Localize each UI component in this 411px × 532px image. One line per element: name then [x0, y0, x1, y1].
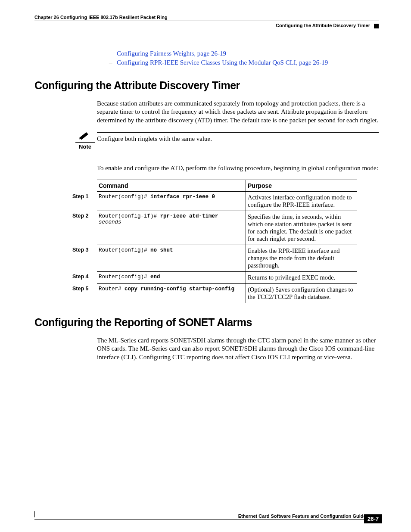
purpose-cell: (Optional) Saves configuration changes t… [246, 283, 357, 303]
header-block-icon [374, 24, 379, 28]
cross-reference-list: Configuring Fairness Weights, page 26-19… [97, 50, 379, 66]
table-row: Step 3Router(config)# no shutEnables the… [72, 245, 357, 271]
purpose-cell: Specifies the time, in seconds, within w… [246, 211, 357, 245]
note-text: Configure both ringlets with the same va… [97, 132, 379, 143]
table-row: Step 2Router(config-if)# rpr-ieee atd-ti… [72, 211, 357, 245]
purpose-cell: Enables the RPR-IEEE interface and chang… [246, 245, 357, 271]
section1-para2: To enable and configure the ATD, perform… [97, 164, 379, 173]
page-number: 26-7 [364, 514, 382, 523]
cross-reference-item: Configuring RPR-IEEE Service Classes Usi… [97, 59, 379, 66]
command-cell: Router(config)# no shut [97, 245, 246, 271]
command-table: Command Purpose Step 1Router(config)# in… [72, 180, 357, 303]
command-cell: Router(config)# interface rpr-ieee 0 [97, 191, 246, 211]
purpose-cell: Returns to privileged EXEC mode. [246, 271, 357, 283]
note-pencil-icon [78, 132, 93, 142]
note-icon-column: Note [75, 132, 95, 150]
section-heading-atd: Configuring the Attribute Discovery Time… [34, 79, 379, 92]
step-label: Step 1 [72, 191, 97, 211]
table-header-purpose: Purpose [246, 180, 357, 191]
header-rule [34, 21, 379, 21]
section-heading-sonet: Configuring the Reporting of SONET Alarm… [34, 316, 379, 329]
running-header-chapter: Chapter 26 Configuring IEEE 802.17b Resi… [34, 15, 379, 20]
step-label: Step 4 [72, 271, 97, 283]
cross-reference-item: Configuring Fairness Weights, page 26-19 [97, 50, 379, 57]
table-row: Step 1Router(config)# interface rpr-ieee… [72, 191, 357, 211]
note-label: Note [75, 143, 95, 150]
section1-para1: Because station attributes are communica… [97, 100, 379, 125]
footer-doc-title: Ethernet Card Software Feature and Confi… [235, 513, 379, 519]
table-header-command: Command [97, 180, 246, 191]
command-cell: Router(config-if)# rpr-ieee atd-timer se… [97, 211, 246, 245]
table-row: Step 5Router# copy running-config startu… [72, 283, 357, 303]
step-label: Step 5 [72, 283, 97, 303]
step-label: Step 3 [72, 245, 97, 271]
cross-reference-link[interactable]: Configuring Fairness Weights, page 26-19 [117, 50, 226, 57]
command-cell: Router# copy running-config startup-conf… [97, 283, 246, 303]
purpose-cell: Activates interface configuration mode t… [246, 191, 357, 211]
command-cell: Router(config)# end [97, 271, 246, 283]
step-label: Step 2 [72, 211, 97, 245]
section2-para1: The ML-Series card reports SONET/SDH ala… [97, 336, 379, 362]
running-header-section-text: Configuring the Attribute Discovery Time… [276, 23, 370, 28]
running-header-section: Configuring the Attribute Discovery Time… [34, 23, 379, 28]
table-row: Step 4Router(config)# endReturns to priv… [72, 271, 357, 283]
cross-reference-link[interactable]: Configuring RPR-IEEE Service Classes Usi… [117, 59, 328, 66]
